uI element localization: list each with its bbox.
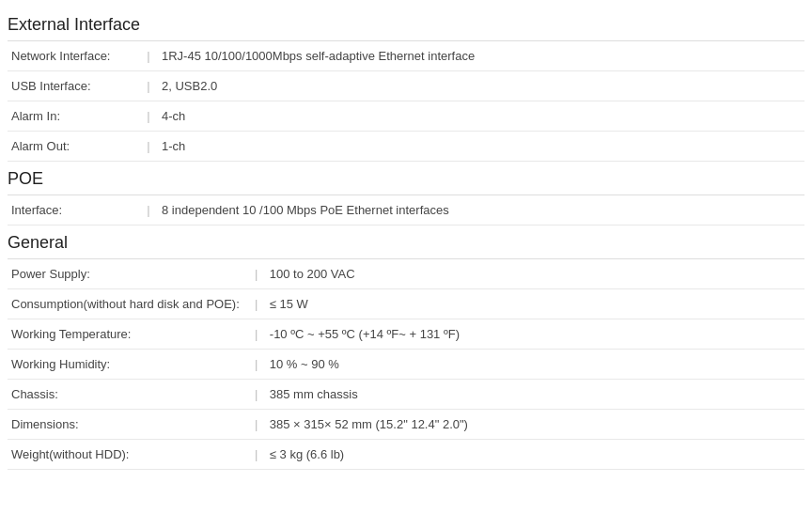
spec-divider: | (247, 289, 266, 319)
spec-value: 385 mm chassis (266, 380, 804, 410)
spec-label: USB Interface: (8, 71, 139, 101)
spec-divider: | (139, 101, 158, 132)
spec-value: 10 % ~ 90 % (266, 350, 804, 380)
spec-value: 4-ch (158, 101, 804, 132)
spec-value: 100 to 200 VAC (266, 259, 804, 289)
spec-value: -10 ºC ~ +55 ºC (+14 ºF~ + 131 ºF) (266, 319, 804, 350)
spec-divider: | (139, 132, 158, 162)
table-row: Working Humidity:|10 % ~ 90 % (8, 350, 804, 380)
spec-label: Interface: (8, 195, 139, 226)
section-title-external-interface: External Interface (8, 8, 804, 41)
spec-value: 8 independent 10 /100 Mbps PoE Ethernet … (158, 195, 804, 226)
spec-divider: | (247, 410, 266, 440)
table-row: Working Temperature:|-10 ºC ~ +55 ºC (+1… (8, 319, 804, 350)
spec-table-external-interface: Network Interface:|1RJ-45 10/100/1000Mbp… (8, 41, 804, 162)
table-row: Chassis:|385 mm chassis (8, 380, 804, 410)
spec-divider: | (247, 319, 266, 350)
spec-label: Alarm Out: (8, 132, 139, 162)
spec-label: Dimensions: (8, 410, 247, 440)
spec-label: Network Interface: (8, 41, 139, 71)
spec-label: Working Temperature: (8, 319, 247, 350)
table-row: Consumption(without hard disk and POE):|… (8, 289, 804, 319)
section-title-general: General (8, 226, 804, 259)
table-row: Weight(without HDD):|≤ 3 kg (6.6 lb) (8, 440, 804, 470)
spec-divider: | (139, 195, 158, 226)
spec-divider: | (247, 440, 266, 470)
spec-value: ≤ 3 kg (6.6 lb) (266, 440, 804, 470)
spec-label: Alarm In: (8, 101, 139, 132)
table-row: Alarm In:|4-ch (8, 101, 804, 132)
spec-divider: | (247, 259, 266, 289)
spec-label: Power Supply: (8, 259, 247, 289)
spec-divider: | (247, 350, 266, 380)
spec-table-general: Power Supply:|100 to 200 VACConsumption(… (8, 259, 804, 470)
table-row: Alarm Out:|1-ch (8, 132, 804, 162)
table-row: Interface:|8 independent 10 /100 Mbps Po… (8, 195, 804, 226)
spec-value: 385 × 315× 52 mm (15.2" 12.4" 2.0") (266, 410, 804, 440)
spec-value: 2, USB2.0 (158, 71, 804, 101)
table-row: Dimensions:|385 × 315× 52 mm (15.2" 12.4… (8, 410, 804, 440)
spec-label: Chassis: (8, 380, 247, 410)
spec-value: ≤ 15 W (266, 289, 804, 319)
table-row: Power Supply:|100 to 200 VAC (8, 259, 804, 289)
spec-label: Weight(without HDD): (8, 440, 247, 470)
spec-value: 1RJ-45 10/100/1000Mbps self-adaptive Eth… (158, 41, 804, 71)
table-row: Network Interface:|1RJ-45 10/100/1000Mbp… (8, 41, 804, 71)
page-container: External InterfaceNetwork Interface:|1RJ… (0, 0, 812, 477)
spec-table-poe: Interface:|8 independent 10 /100 Mbps Po… (8, 195, 804, 226)
spec-divider: | (247, 380, 266, 410)
section-title-poe: POE (8, 162, 804, 195)
spec-divider: | (139, 41, 158, 71)
spec-divider: | (139, 71, 158, 101)
spec-label: Working Humidity: (8, 350, 247, 380)
spec-value: 1-ch (158, 132, 804, 162)
spec-label: Consumption(without hard disk and POE): (8, 289, 247, 319)
table-row: USB Interface:|2, USB2.0 (8, 71, 804, 101)
